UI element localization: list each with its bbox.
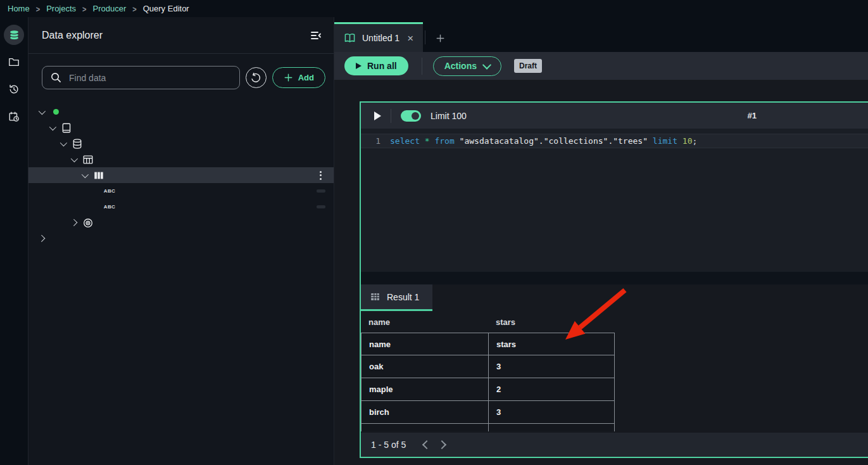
- chevron-down-icon[interactable]: [71, 155, 78, 162]
- code-editor[interactable]: 1 select * from "awsdatacatalog"."collec…: [361, 129, 868, 272]
- limit-toggle[interactable]: [401, 110, 421, 122]
- limit-label: Limit 100: [431, 111, 467, 121]
- code-line: 1 select * from "awsdatacatalog"."collec…: [361, 134, 868, 148]
- result-tabstrip-rest: [432, 284, 868, 311]
- tree-item-icon-wrap: [81, 217, 95, 229]
- run-all-button[interactable]: Run all: [344, 56, 408, 75]
- code-token: select: [390, 136, 425, 146]
- rail-item-history[interactable]: [4, 79, 24, 99]
- run-cell-button[interactable]: [374, 111, 381, 120]
- search-row: Add: [28, 54, 334, 96]
- code-token: "awsdatacatalog"."collections"."trees": [460, 136, 648, 146]
- code-text: select * from "awsdatacatalog"."collecti…: [390, 136, 697, 146]
- search-input[interactable]: [68, 72, 233, 84]
- tree-item-icon-wrap: [70, 138, 84, 150]
- previous-page-icon[interactable]: [422, 440, 431, 449]
- code-token: [648, 136, 653, 146]
- breadcrumb-item[interactable]: Projects: [46, 4, 76, 13]
- tree-item-icon-wrap: [81, 154, 95, 165]
- tree-item-icon-wrap: [92, 170, 106, 181]
- notebook-icon: [344, 33, 356, 44]
- rail-item-folder[interactable]: [4, 52, 24, 72]
- history-icon: [8, 84, 20, 95]
- result-row: maple2: [361, 378, 868, 401]
- chevron-slot: [39, 236, 49, 241]
- editor-tabstrip: Untitled 1 ×: [334, 17, 868, 52]
- close-tab-icon[interactable]: ×: [406, 33, 415, 44]
- type-badge: [317, 205, 325, 208]
- breadcrumb: Home>Projects>Producer>Query Editor: [0, 0, 868, 17]
- actions-label: Actions: [444, 61, 477, 71]
- tab-untitled-1[interactable]: Untitled 1 ×: [334, 22, 423, 52]
- type-badge: [317, 189, 325, 193]
- tab-result-1[interactable]: Result 1: [361, 284, 432, 311]
- code-token: limit: [653, 136, 682, 146]
- chevron-right-icon[interactable]: [70, 219, 77, 226]
- actions-button[interactable]: Actions: [433, 56, 501, 76]
- result-pagination: 1 - 5 of 5: [361, 433, 868, 457]
- tab-label: Untitled 1: [362, 33, 399, 43]
- tree-item-trees[interactable]: [28, 167, 334, 183]
- breadcrumb-item[interactable]: Home: [8, 4, 30, 13]
- add-data-button[interactable]: Add: [272, 67, 325, 88]
- abc-string-icon: abc: [104, 188, 116, 194]
- code-token: 10: [682, 136, 693, 146]
- breadcrumb-item: Query Editor: [143, 4, 189, 13]
- tree-item-name[interactable]: abc: [28, 183, 334, 199]
- play-icon: [356, 63, 362, 69]
- chevron-slot: [71, 157, 81, 162]
- status-dot-icon: [53, 109, 59, 115]
- tree-item-collections[interactable]: [28, 136, 334, 151]
- chevron-down-icon[interactable]: [60, 139, 67, 146]
- result-cell: 3: [488, 401, 615, 424]
- chevron-down-icon[interactable]: [49, 123, 56, 130]
- tree-item-icon-wrap: abc: [103, 188, 116, 194]
- refresh-button[interactable]: [246, 67, 267, 88]
- result-row-clipped: [361, 424, 868, 431]
- tree-item-icon-wrap: [49, 109, 63, 115]
- kebab-menu-icon[interactable]: [318, 169, 324, 182]
- breadcrumb-separator: >: [36, 4, 40, 13]
- cell-gap: [361, 272, 868, 284]
- chevron-down-icon[interactable]: [39, 107, 46, 114]
- collapse-panel-button[interactable]: [310, 29, 322, 42]
- result-column-header: name: [361, 317, 488, 327]
- pagination-buttons: [424, 442, 445, 448]
- result-row: oak3: [361, 355, 868, 378]
- database-stack-icon: [8, 29, 20, 41]
- chevron-down-icon[interactable]: [82, 170, 89, 177]
- search-box[interactable]: [42, 66, 240, 89]
- result-cell: [361, 424, 488, 431]
- tree-item-table-1[interactable]: [28, 151, 334, 167]
- breadcrumb-item[interactable]: Producer: [93, 4, 127, 13]
- query-cell: Limit 100 #1 1 select * from "awsdatacat…: [360, 101, 868, 458]
- run-all-label: Run all: [367, 61, 397, 71]
- editor-canvas: Limit 100 #1 1 select * from "awsdatacat…: [334, 80, 868, 465]
- rail-item-database-stack[interactable]: [4, 25, 24, 45]
- refresh-icon: [250, 72, 261, 84]
- data-tree: abcabc: [28, 96, 334, 246]
- chevron-right-icon[interactable]: [38, 234, 45, 241]
- cell-header-divider: [391, 109, 391, 123]
- result-tab-label: Result 1: [387, 292, 419, 302]
- table-grid-icon: [370, 291, 381, 302]
- cell-number: #1: [748, 111, 757, 120]
- code-token: from: [434, 136, 459, 146]
- result-cell: birch: [361, 401, 488, 424]
- new-tab-button[interactable]: [436, 34, 445, 43]
- tree-item-buckets[interactable]: [28, 231, 334, 246]
- tree-item-stars[interactable]: abc: [28, 199, 334, 215]
- rail-item-calendar-clock[interactable]: [4, 106, 24, 127]
- toggle-knob: [412, 112, 419, 120]
- cell-header: Limit 100 #1: [361, 103, 868, 129]
- columns-icon: [93, 170, 104, 181]
- result-tabstrip: Result 1: [361, 284, 868, 311]
- tree-item-lakehouse[interactable]: [28, 104, 334, 120]
- tree-item-awsdatacatalog[interactable]: [28, 120, 334, 136]
- database-icon: [72, 138, 83, 150]
- next-page-icon[interactable]: [437, 440, 446, 449]
- tree-item-view-0[interactable]: [28, 215, 334, 231]
- result-cell: 3: [488, 355, 615, 378]
- result-grid: namestarsoak3maple2birch3: [361, 333, 868, 431]
- table-icon: [82, 154, 94, 165]
